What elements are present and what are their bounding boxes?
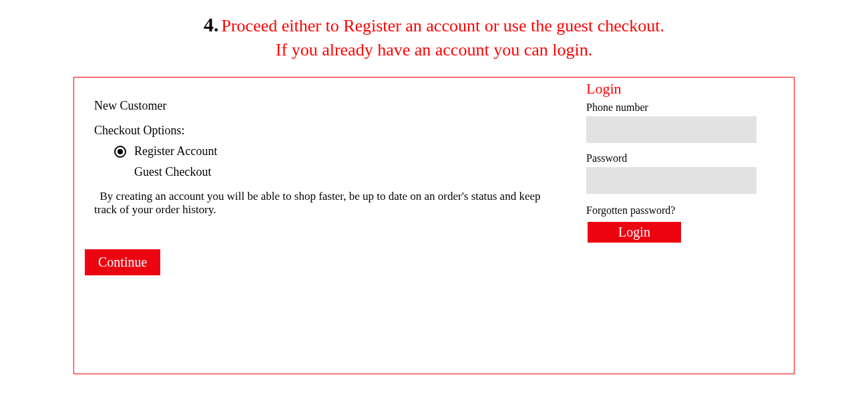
checkout-options-label: Checkout Options: [94, 124, 562, 138]
step-text-line1: Proceed either to Register an account or… [222, 16, 664, 35]
account-description: By creating an account you will be able … [94, 190, 562, 216]
new-customer-section: New Customer Checkout Options: Register … [94, 99, 562, 275]
guest-checkout-label: Guest Checkout [134, 165, 211, 178]
new-customer-title: New Customer [94, 99, 562, 113]
password-label: Password [586, 152, 767, 164]
password-input[interactable] [586, 167, 756, 194]
login-section: Login Phone number Password Forgotten pa… [586, 80, 767, 243]
step-text-line2: If you already have an account you can l… [0, 40, 868, 60]
phone-label: Phone number [586, 102, 767, 114]
login-title: Login [586, 80, 767, 98]
forgotten-password-link[interactable]: Forgotten password? [586, 205, 767, 217]
register-account-option[interactable]: Register Account [114, 144, 562, 158]
phone-input[interactable] [586, 116, 756, 143]
continue-button[interactable]: Continue [85, 249, 160, 275]
guest-checkout-option[interactable]: Guest Checkout [134, 165, 562, 179]
register-account-label: Register Account [134, 144, 217, 158]
login-button[interactable]: Login [588, 222, 681, 243]
step-number: 4. [204, 13, 219, 35]
radio-selected-icon [114, 146, 126, 158]
instruction-header: 4. Proceed either to Register an account… [0, 0, 868, 67]
checkout-panel: New Customer Checkout Options: Register … [73, 77, 795, 374]
